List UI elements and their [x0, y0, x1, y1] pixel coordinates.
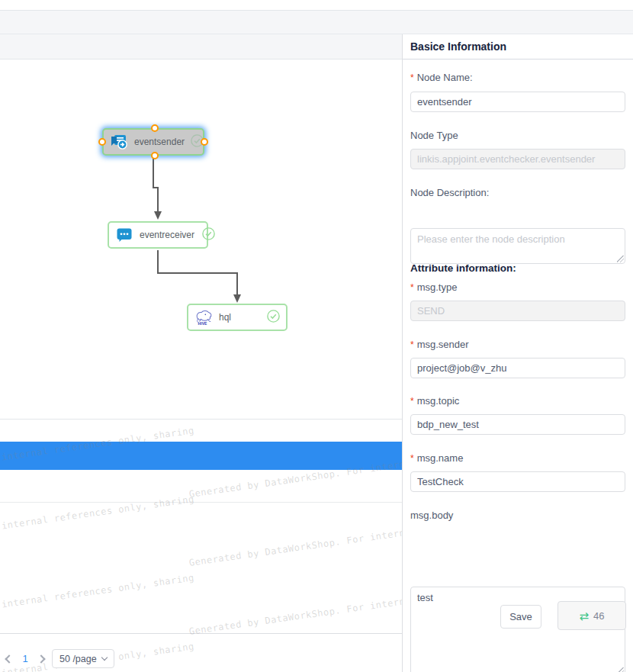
- workflow-editor-screen: eventsender: [0, 0, 633, 672]
- table-row[interactable]: [0, 420, 402, 442]
- field-node-description: Node Description:: [410, 187, 625, 198]
- required-marker: *: [410, 72, 414, 83]
- node-label: eventsender: [134, 137, 185, 147]
- msg-sender-label: *msg.sender: [410, 339, 625, 350]
- prev-page-icon[interactable]: [5, 654, 13, 663]
- panel-title: Basice Information: [410, 40, 506, 53]
- node-status-check-icon: [202, 227, 215, 243]
- swap-arrows-icon: ⇄: [579, 610, 589, 622]
- msg-type-label: *msg.type: [410, 281, 625, 293]
- counter-value: 46: [593, 610, 604, 622]
- node-hql[interactable]: HIVE hql: [187, 304, 288, 331]
- anchor-top[interactable]: [151, 124, 159, 132]
- resize-handle-icon[interactable]: [617, 667, 624, 672]
- field-node-name-input-wrap: [410, 92, 625, 112]
- results-table: [0, 419, 402, 672]
- panel-header: Basice Information: [403, 34, 633, 59]
- chevron-down-icon: [101, 654, 107, 661]
- table-bottom-divider: [0, 633, 402, 634]
- field-node-type-input-wrap: [410, 149, 625, 169]
- field-msg-sender: *msg.sender: [410, 339, 625, 350]
- node-label: eventreceiver: [140, 230, 194, 240]
- save-button[interactable]: Save: [500, 605, 541, 629]
- field-node-name: *Node Name:: [410, 72, 625, 83]
- node-description-textarea[interactable]: [410, 228, 625, 264]
- next-page-icon[interactable]: [37, 654, 45, 663]
- anchor-bottom[interactable]: [151, 152, 159, 159]
- edge-sender-to-receiver: [153, 157, 162, 220]
- field-msg-sender-input-wrap: [410, 358, 625, 378]
- attribute-information-heading: Attribute information:: [410, 262, 516, 274]
- required-marker: *: [410, 396, 414, 407]
- node-name-input[interactable]: [410, 92, 625, 112]
- pagination: 1 50 /page: [0, 645, 402, 672]
- node-name-label: *Node Name:: [410, 72, 625, 83]
- node-label: hql: [219, 312, 231, 323]
- panel-actions: Save ⇄ 46: [403, 601, 633, 635]
- required-marker: *: [410, 453, 414, 464]
- edge-receiver-to-hql: [158, 250, 241, 303]
- event-send-icon: [110, 133, 128, 151]
- required-marker: *: [410, 282, 414, 293]
- execution-counter-button[interactable]: ⇄ 46: [557, 601, 626, 630]
- top-toolbar: [0, 10, 633, 34]
- tab-strip: [0, 34, 402, 59]
- field-node-type: Node Type: [410, 130, 625, 141]
- msg-type-input: [410, 301, 625, 321]
- table-row-selected[interactable]: [0, 442, 402, 470]
- msg-name-input[interactable]: [410, 471, 625, 492]
- field-msg-topic-input-wrap: [410, 414, 625, 435]
- msg-name-label: *msg.name: [410, 452, 625, 464]
- node-type-input: [410, 149, 625, 169]
- msg-topic-label: *msg.topic: [410, 395, 625, 407]
- field-msg-name: *msg.name: [410, 452, 625, 464]
- resize-handle-icon[interactable]: [617, 256, 624, 262]
- field-msg-name-input-wrap: [410, 471, 625, 492]
- node-status-check-icon: [267, 310, 280, 326]
- hive-icon: HIVE: [194, 308, 213, 326]
- properties-panel: Basice Information *Node Name: Node Type…: [402, 34, 633, 672]
- field-msg-topic: *msg.topic: [410, 395, 625, 407]
- msg-body-label: msg.body: [410, 510, 625, 521]
- msg-sender-input[interactable]: [410, 358, 625, 378]
- msg-topic-input[interactable]: [410, 414, 625, 435]
- svg-text:HIVE: HIVE: [198, 321, 207, 326]
- page-size-label: 50 /page: [59, 654, 97, 664]
- field-msg-type-input-wrap: [410, 301, 625, 321]
- field-node-description-input-wrap: [410, 228, 625, 264]
- required-marker: *: [410, 339, 414, 350]
- anchor-right[interactable]: [201, 138, 208, 146]
- event-receive-icon: [115, 226, 133, 244]
- page-size-select[interactable]: 50 /page: [52, 649, 114, 668]
- field-msg-body: msg.body: [410, 510, 625, 521]
- node-eventsender[interactable]: eventsender: [102, 128, 204, 156]
- workflow-canvas[interactable]: eventsender: [0, 59, 402, 419]
- node-eventreceiver[interactable]: eventreceiver: [108, 221, 208, 249]
- page-number[interactable]: 1: [20, 653, 31, 664]
- node-description-label: Node Description:: [410, 187, 625, 198]
- table-row[interactable]: [0, 470, 402, 503]
- field-msg-type: *msg.type: [410, 281, 625, 293]
- node-type-label: Node Type: [410, 130, 625, 141]
- anchor-left[interactable]: [98, 138, 106, 146]
